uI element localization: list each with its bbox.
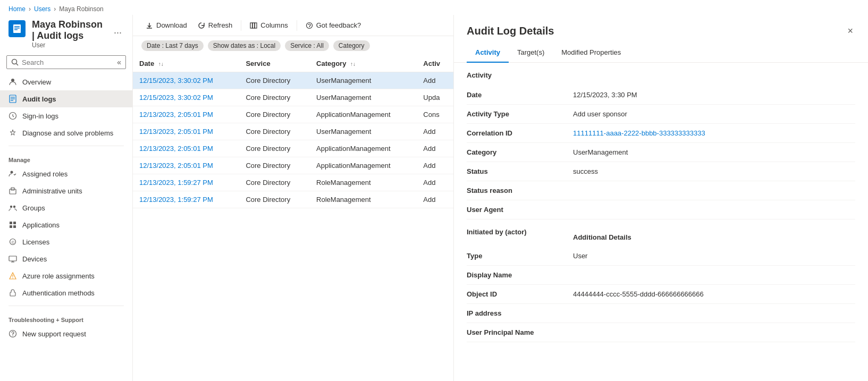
feedback-button[interactable]: Got feedback? — [301, 19, 366, 31]
divider-manage — [9, 146, 124, 146]
cell-date: 12/13/2023, 1:59:27 PM — [133, 191, 239, 208]
sidebar-item-licenses[interactable]: © Licenses — [0, 233, 132, 250]
detail-row-upn: User Principal Name — [467, 323, 855, 342]
sidebar-item-admin-units[interactable]: Administrative units — [0, 182, 132, 199]
filter-category[interactable]: Category — [333, 40, 370, 51]
sort-icon-date: ↑↓ — [158, 61, 164, 67]
table-row[interactable]: 12/13/2023, 2:05:01 PM Core Directory Ap… — [133, 140, 453, 157]
sidebar-item-auth-methods[interactable]: Authentication methods — [0, 284, 132, 301]
roles-icon — [9, 170, 17, 178]
search-input[interactable] — [22, 58, 114, 66]
sidebar-item-azure-roles[interactable]: Azure role assignments — [0, 267, 132, 284]
svg-rect-19 — [10, 225, 12, 228]
cell-service: Core Directory — [239, 174, 310, 191]
detail-tabs: Activity Target(s) Modified Properties — [454, 43, 868, 63]
col-date[interactable]: Date ↑↓ — [133, 55, 239, 72]
svg-point-16 — [13, 206, 15, 208]
table-row[interactable]: 12/15/2023, 3:30:02 PM Core Directory Us… — [133, 89, 453, 106]
svg-line-5 — [16, 64, 19, 66]
svg-rect-17 — [10, 222, 12, 224]
page-subtitle: User — [32, 41, 124, 49]
col-service[interactable]: Service — [239, 55, 310, 72]
svg-rect-23 — [9, 256, 16, 261]
table-row[interactable]: 12/13/2023, 2:05:01 PM Core Directory Us… — [133, 123, 453, 140]
cell-activity: Cons — [417, 106, 453, 123]
cell-activity: Add — [417, 174, 453, 191]
svg-point-6 — [11, 79, 14, 82]
sidebar: Maya Robinson | Audit logs ... User « Ov… — [0, 15, 133, 381]
filter-date[interactable]: Date : Last 7 days — [141, 40, 204, 51]
overview-icon — [9, 78, 17, 86]
feedback-icon — [306, 22, 313, 29]
refresh-button[interactable]: Refresh — [193, 19, 237, 31]
cell-activity: Add — [417, 123, 453, 140]
sidebar-item-overview[interactable]: Overview — [0, 73, 132, 90]
cell-activity: Add — [417, 72, 453, 89]
breadcrumb-users[interactable]: Users — [34, 5, 50, 13]
more-button[interactable]: ... — [112, 25, 124, 36]
cell-activity: Add — [417, 157, 453, 174]
cell-activity: Upda — [417, 89, 453, 106]
cell-activity: Add — [417, 140, 453, 157]
azure-icon — [9, 272, 17, 280]
filter-show-dates[interactable]: Show dates as : Local — [208, 40, 281, 51]
detail-row-activity-type: Activity Type Add user sponsor — [467, 105, 855, 124]
toolbar: Download Refresh Columns Got feedback? — [133, 15, 453, 36]
svg-rect-20 — [13, 225, 16, 228]
detail-title: Audit Log Details — [467, 25, 554, 37]
detail-row-category: Category UserManagement — [467, 143, 855, 162]
download-button[interactable]: Download — [141, 19, 191, 31]
breadcrumb-home[interactable]: Home — [9, 5, 26, 13]
signin-icon — [9, 112, 17, 120]
table-row[interactable]: 12/13/2023, 2:05:01 PM Core Directory Ap… — [133, 106, 453, 123]
detail-row-correlation-id: Correlation ID 11111111-aaaa-2222-bbbb-3… — [467, 124, 855, 143]
tab-modified[interactable]: Modified Properties — [553, 43, 629, 63]
col-activity[interactable]: Activ — [417, 55, 453, 72]
cell-date: 12/13/2023, 2:05:01 PM — [133, 157, 239, 174]
close-button[interactable]: × — [845, 23, 855, 39]
tab-targets[interactable]: Target(s) — [509, 43, 553, 63]
content-area: Download Refresh Columns Got feedback? — [133, 15, 868, 381]
table-header-row: Date ↑↓ Service Category ↑↓ Ac — [133, 55, 453, 72]
sidebar-item-assigned-roles[interactable]: Assigned roles — [0, 165, 132, 182]
sidebar-item-groups[interactable]: Groups — [0, 199, 132, 216]
cell-service: Core Directory — [239, 191, 310, 208]
search-box[interactable]: « — [6, 55, 126, 69]
detail-row-date: Date 12/15/2023, 3:30 PM — [467, 86, 855, 105]
table-row[interactable]: 12/13/2023, 1:59:27 PM Core Directory Ro… — [133, 191, 453, 208]
cell-service: Core Directory — [239, 157, 310, 174]
svg-rect-3 — [14, 29, 18, 30]
cell-category: RoleManagement — [310, 191, 417, 208]
table-row[interactable]: 12/13/2023, 2:05:01 PM Core Directory Ap… — [133, 157, 453, 174]
collapse-button[interactable]: « — [117, 58, 121, 66]
table-row[interactable]: 12/15/2023, 3:30:02 PM Core Directory Us… — [133, 72, 453, 89]
cell-activity: Add — [417, 191, 453, 208]
cell-date: 12/13/2023, 2:05:01 PM — [133, 123, 239, 140]
cell-category: RoleManagement — [310, 174, 417, 191]
table-row[interactable]: 12/13/2023, 1:59:27 PM Core Directory Ro… — [133, 174, 453, 191]
detail-row-display-name: Display Name — [467, 266, 855, 285]
cell-service: Core Directory — [239, 89, 310, 106]
sidebar-item-signin-logs[interactable]: Sign-in logs — [0, 107, 132, 124]
diagnose-icon — [9, 129, 17, 137]
col-category[interactable]: Category ↑↓ — [310, 55, 417, 72]
sidebar-item-audit-logs[interactable]: Audit logs — [0, 90, 132, 107]
support-icon — [9, 329, 17, 338]
sidebar-item-applications[interactable]: Applications — [0, 216, 132, 233]
detail-panel: Audit Log Details × Activity Target(s) M… — [453, 15, 868, 381]
detail-row-type: Type User — [467, 247, 855, 266]
audit-panel: Download Refresh Columns Got feedback? — [133, 15, 453, 381]
columns-button[interactable]: Columns — [246, 19, 292, 31]
cell-service: Core Directory — [239, 72, 310, 89]
apps-icon — [9, 221, 17, 229]
groups-icon — [9, 204, 17, 212]
sidebar-item-diagnose[interactable]: Diagnose and solve problems — [0, 124, 132, 141]
filter-service[interactable]: Service : All — [285, 40, 329, 51]
tab-activity[interactable]: Activity — [467, 43, 509, 63]
sidebar-item-support[interactable]: New support request — [0, 325, 132, 342]
additional-details-button[interactable]: Additional Details — [573, 228, 631, 241]
cell-category: UserManagement — [310, 89, 417, 106]
manage-section-label: Manage — [0, 150, 132, 165]
sidebar-item-devices[interactable]: Devices — [0, 250, 132, 267]
cell-date: 12/13/2023, 1:59:27 PM — [133, 174, 239, 191]
